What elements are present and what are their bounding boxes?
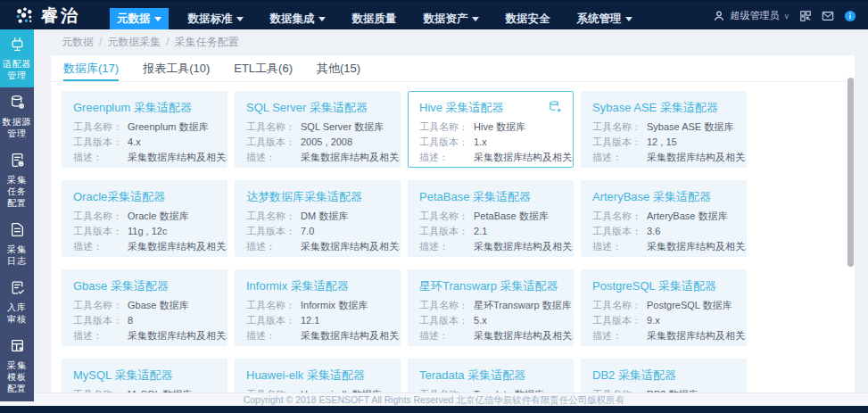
nav-menu-item-label: 元数据 [117,12,151,27]
description-label: 描述： [592,328,647,343]
info-icon[interactable] [844,10,856,22]
main-panel: 数据库(17)报表工具(10)ETL工具(6)其他(15) Greenplum … [51,55,846,392]
adapter-card[interactable]: Oracle采集适配器 工具名称：Oracle 数据库 工具版本：11g , 1… [62,180,227,257]
adapter-card-title[interactable]: Sybase ASE 采集适配器 [592,100,718,115]
adapter-card-grid: Greenplum 采集适配器 工具名称：Greenplum 数据库 工具版本：… [51,82,846,392]
tool-version-value: 4.x [128,136,141,147]
tab-item[interactable]: 其他(15) [317,55,360,81]
adapter-card[interactable]: DB2 采集适配器 工具名称：DB2 数据库 工具版本： 描述： [581,359,747,392]
copyright-text: Copyright © 2018 ESENSOFT All Rights Res… [244,394,625,405]
tool-name-label: 工具名称： [592,120,647,135]
adapter-card-title[interactable]: DB2 采集适配器 [592,368,676,383]
nav-menu-item[interactable]: 数据质量 [345,8,404,29]
adapter-card-title[interactable]: Teradata 采集适配器 [419,368,525,383]
adapter-card[interactable]: 星环Transwarp 采集适配器 工具名称：星环Transwarp 数据库 工… [408,269,574,346]
sidebar-item[interactable]: 适配器 管理 [0,29,34,87]
sidebar-item-label: 采集 日志 [7,244,27,267]
adapter-card-title[interactable]: 星环Transwarp 采集适配器 [419,278,558,293]
breadcrumb: 元数据/元数据采集/采集任务配置 [34,29,868,55]
tool-version-row: 工具版本：7.0 [246,224,389,239]
nav-menu-item[interactable]: 数据安全 [499,8,558,29]
nav-menu-item-label: 数据安全 [506,12,550,27]
description-value: 采集数据库结构及相关对象 [647,330,747,341]
sidebar-item[interactable]: 数据源 管理 [0,87,34,145]
description-row: 描述：采集数据库结构及相关对象 [73,239,216,254]
adapter-card[interactable]: Sybase ASE 采集适配器 工具名称：Sybase ASE 数据库 工具版… [581,91,747,168]
tool-version-row: 工具版本：11g , 12c [73,224,216,239]
tool-version-label: 工具版本： [73,135,128,150]
app-logo[interactable]: 睿治 [0,2,93,29]
adapter-card-title[interactable]: MySQL 采集适配器 [73,368,172,383]
nav-menu-item[interactable]: 数据标准 [181,8,251,29]
adapter-card-title[interactable]: Gbase 采集适配器 [73,278,169,293]
tool-name-row: 工具名称：Greenplum 数据库 [73,120,216,135]
adapter-card-title[interactable]: Informix 采集适配器 [246,278,349,293]
adapter-card[interactable]: Informix 采集适配器 工具名称：Informix 数据库 工具版本：12… [235,269,401,346]
nav-menu-item[interactable]: 数据资产 [417,8,486,29]
tool-name-value: Greenplum 数据库 [128,121,208,132]
qr-code-icon[interactable] [799,10,812,22]
sidebar-item[interactable]: 采集 任务 配置 [0,145,34,215]
add-collection-task-icon[interactable] [549,100,562,113]
mail-icon[interactable] [822,10,834,22]
nav-menu-item-label: 系统管理 [577,12,622,27]
adapter-card-title[interactable]: 达梦数据库采集适配器 [246,189,362,204]
adapter-card[interactable]: Greenplum 采集适配器 工具名称：Greenplum 数据库 工具版本：… [62,91,227,168]
scrollbar-thumb[interactable] [847,78,854,267]
description-label: 描述： [592,150,647,165]
app-title: 睿治 [41,4,80,28]
adapter-card-title[interactable]: SQL Server 采集适配器 [246,100,368,115]
sidebar-item[interactable]: 采集 日志 [0,215,34,273]
adapter-icon [10,37,25,55]
tool-version-value: 9.x [647,315,660,326]
description-label: 描述： [419,328,474,343]
tool-version-label: 工具版本： [73,224,128,239]
description-value: 采集数据库结构及相关对象 [647,152,747,162]
description-value: 采集数据库结构及相关对象 [474,330,574,341]
tool-version-value: 2.1 [474,226,487,236]
tool-name-value: DM 数据库 [301,211,348,221]
adapter-card-title[interactable]: PostgreSQL 采集适配器 [592,278,716,293]
user-menu[interactable]: 超级管理员 ∨ [713,9,789,22]
tool-version-row: 工具版本：12 , 15 [592,135,735,150]
sidebar-item-label: 入库 审核 [7,301,27,325]
tool-name-label: 工具名称： [246,120,301,135]
adapter-card[interactable]: Huawei-elk 采集适配器 工具名称：Huawei-elk 数据库 工具版… [235,359,401,392]
tool-name-label: 工具名称： [73,298,128,313]
adapter-card-title[interactable]: Huawei-elk 采集适配器 [246,368,365,383]
description-row: 描述：采集数据库结构及相关对象 [419,150,562,165]
adapter-card[interactable]: ArteryBase 采集适配器 工具名称：ArteryBase 数据库 工具版… [581,180,747,257]
description-value: 采集数据库结构及相关对象 [474,152,574,162]
adapter-card-title[interactable]: Oracle采集适配器 [73,189,165,204]
nav-menu-item[interactable]: 系统管理 [570,8,640,29]
tab-item[interactable]: ETL工具(6) [234,55,293,81]
adapter-card[interactable]: 达梦数据库采集适配器 工具名称：DM 数据库 工具版本：7.0 描述：采集数据库… [235,180,401,257]
adapter-card[interactable]: SQL Server 采集适配器 工具名称：SQL Server 数据库 工具版… [235,91,401,168]
breadcrumb-item[interactable]: 采集任务配置 [175,36,239,48]
tab-active[interactable]: 数据库(17) [63,55,119,81]
tool-name-label: 工具名称： [246,209,301,224]
nav-menu-item[interactable]: 数据集成 [263,8,333,29]
adapter-card-title[interactable]: Greenplum 采集适配器 [73,100,192,115]
left-sidebar: 适配器 管理数据源 管理采集 任务 配置采集 日志入库 审核采集 模板 配置 [0,29,34,401]
sidebar-item[interactable]: 入库 审核 [0,273,34,331]
adapter-card[interactable]: PetaBase 采集适配器 工具名称：PetaBase 数据库 工具版本：2.… [408,180,574,257]
nav-menu-item[interactable]: 元数据 [110,8,169,29]
tool-version-value: 12.1 [301,315,319,326]
sidebar-item[interactable]: 采集 模板 配置 [0,331,34,401]
breadcrumb-item[interactable]: 元数据 [62,36,94,48]
adapter-card-title[interactable]: ArteryBase 采集适配器 [592,189,711,204]
adapter-card[interactable]: Gbase 采集适配器 工具名称：Gbase 数据库 工具版本：8 描述：采集数… [62,269,227,346]
tool-version-label: 工具版本： [419,135,474,150]
adapter-card[interactable]: Hive 采集适配器 工具名称：Hive 数据库 工具版本：1.x 描述：采集数… [408,91,574,168]
adapter-card[interactable]: Teradata 采集适配器 工具名称：Teradata 数据库 工具版本： 描… [408,359,574,392]
tool-version-value: 7.0 [301,226,314,236]
tool-name-row: 工具名称：ArteryBase 数据库 [592,209,735,224]
adapter-card[interactable]: PostgreSQL 采集适配器 工具名称：PostgreSQL 数据库 工具版… [581,269,747,346]
adapter-card-title[interactable]: Hive 采集适配器 [419,100,504,115]
tab-item[interactable]: 报表工具(10) [143,55,210,81]
adapter-card[interactable]: MySQL 采集适配器 工具名称：MySQL 数据库 工具版本： 描述： [62,359,227,392]
scrollbar-track[interactable] [846,55,855,392]
breadcrumb-item[interactable]: 元数据采集 [107,36,161,48]
adapter-card-title[interactable]: PetaBase 采集适配器 [419,189,531,204]
